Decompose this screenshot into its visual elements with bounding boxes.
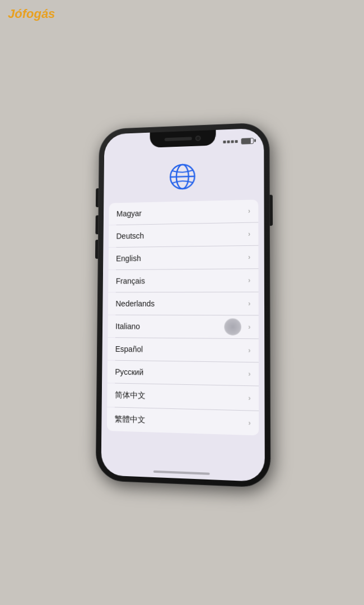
chevron-right-icon: › xyxy=(248,346,250,354)
language-name: 繁體中文 xyxy=(115,414,146,425)
jofogos-logo: Jófogás xyxy=(8,7,55,21)
globe-area xyxy=(104,148,264,203)
language-item-english[interactable]: English › xyxy=(109,246,259,270)
chevron-right-icon: › xyxy=(248,300,250,308)
language-item-magyar[interactable]: Magyar › xyxy=(109,199,258,225)
language-name: Nederlands xyxy=(115,299,155,308)
language-name: Русский xyxy=(115,367,143,377)
chevron-right-icon: › xyxy=(248,253,250,261)
language-item-francais[interactable]: Français › xyxy=(108,269,258,292)
language-item-russian[interactable]: Русский › xyxy=(108,361,259,386)
phone-device: Magyar › Deutsch › English › Français › … xyxy=(96,122,271,488)
language-name: Español xyxy=(115,345,143,353)
battery-fill xyxy=(242,138,251,144)
language-item-italiano[interactable]: Italiano › xyxy=(108,315,258,339)
chevron-right-icon: › xyxy=(248,276,250,284)
language-name: Deutsch xyxy=(116,231,144,240)
chevron-right-icon: › xyxy=(248,207,250,215)
phone-screen: Magyar › Deutsch › English › Français › … xyxy=(101,128,264,482)
language-name: Magyar xyxy=(116,209,142,218)
language-name: Français xyxy=(116,277,145,286)
battery-dots xyxy=(223,140,237,143)
language-item-nederlands[interactable]: Nederlands › xyxy=(108,292,259,315)
language-name: Italiano xyxy=(115,322,140,331)
touch-indicator xyxy=(224,318,241,336)
language-item-traditional-chinese[interactable]: 繁體中文 › xyxy=(107,407,259,435)
notch xyxy=(150,130,216,148)
language-list: Magyar › Deutsch › English › Français › … xyxy=(101,199,265,470)
language-item-espanol[interactable]: Español › xyxy=(108,338,259,362)
chevron-right-icon: › xyxy=(248,394,250,403)
language-name: 简体中文 xyxy=(115,390,146,401)
chevron-right-icon: › xyxy=(248,323,250,331)
language-item-deutsch[interactable]: Deutsch › xyxy=(109,222,258,247)
language-name: English xyxy=(116,254,141,263)
globe-icon xyxy=(167,161,197,192)
home-bar xyxy=(153,471,210,475)
chevron-right-icon: › xyxy=(248,230,250,238)
language-item-simplified-chinese[interactable]: 简体中文 › xyxy=(107,383,259,411)
chevron-right-icon: › xyxy=(248,370,250,378)
battery-indicator xyxy=(223,138,253,145)
svg-line-2 xyxy=(170,176,194,177)
notch-camera xyxy=(195,136,201,141)
battery-icon xyxy=(241,138,254,145)
notch-speaker xyxy=(165,137,192,141)
chevron-right-icon: › xyxy=(248,419,250,427)
